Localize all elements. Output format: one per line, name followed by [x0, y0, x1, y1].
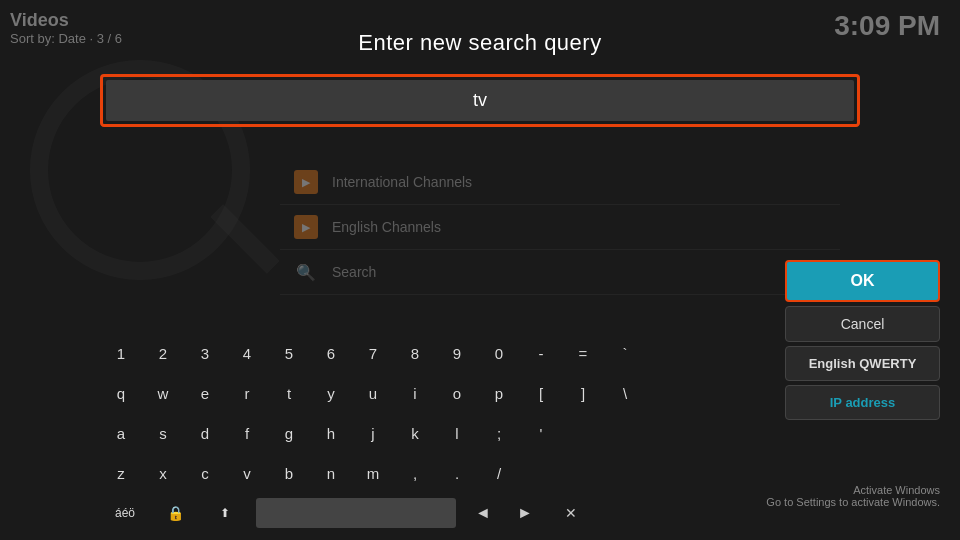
key-spacebar[interactable] [256, 498, 456, 528]
dialog-title: Enter new search query [358, 30, 601, 56]
ip-address-button[interactable]: IP address [785, 385, 940, 420]
search-input-wrapper [100, 74, 860, 127]
key-period[interactable]: . [438, 455, 476, 491]
key-1[interactable]: 1 [102, 335, 140, 371]
key-l[interactable]: l [438, 415, 476, 451]
key-rbracket[interactable]: ] [564, 375, 602, 411]
key-9[interactable]: 9 [438, 335, 476, 371]
key-semicolon[interactable]: ; [480, 415, 518, 451]
key-7[interactable]: 7 [354, 335, 392, 371]
key-y[interactable]: y [312, 375, 350, 411]
key-minus[interactable]: - [522, 335, 560, 371]
key-e[interactable]: e [186, 375, 224, 411]
key-backslash[interactable]: \ [606, 375, 644, 411]
key-q[interactable]: q [102, 375, 140, 411]
layout-button[interactable]: English QWERTY [785, 346, 940, 381]
key-5[interactable]: 5 [270, 335, 308, 371]
key-x[interactable]: x [144, 455, 182, 491]
key-shift-lock[interactable]: 🔒 [152, 495, 198, 531]
key-j[interactable]: j [354, 415, 392, 451]
key-o[interactable]: o [438, 375, 476, 411]
key-w[interactable]: w [144, 375, 182, 411]
key-accents[interactable]: áéö [102, 495, 148, 531]
key-comma[interactable]: , [396, 455, 434, 491]
key-t[interactable]: t [270, 375, 308, 411]
key-d[interactable]: d [186, 415, 224, 451]
key-0[interactable]: 0 [480, 335, 518, 371]
key-backspace[interactable]: ✕ [548, 495, 594, 531]
activate-windows-notice: Activate Windows Go to Settings to activ… [766, 484, 940, 508]
key-c[interactable]: c [186, 455, 224, 491]
activate-line2: Go to Settings to activate Windows. [766, 496, 940, 508]
key-h[interactable]: h [312, 415, 350, 451]
key-8[interactable]: 8 [396, 335, 434, 371]
key-caps[interactable]: ⬆ [202, 495, 248, 531]
ok-button[interactable]: OK [785, 260, 940, 302]
key-f[interactable]: f [228, 415, 266, 451]
key-quote[interactable]: ' [522, 415, 560, 451]
cancel-button[interactable]: Cancel [785, 306, 940, 342]
search-input[interactable] [106, 80, 854, 121]
key-p[interactable]: p [480, 375, 518, 411]
key-6[interactable]: 6 [312, 335, 350, 371]
key-k[interactable]: k [396, 415, 434, 451]
key-i[interactable]: i [396, 375, 434, 411]
key-g[interactable]: g [270, 415, 308, 451]
key-3[interactable]: 3 [186, 335, 224, 371]
key-backtick[interactable]: ` [606, 335, 644, 371]
key-b[interactable]: b [270, 455, 308, 491]
key-a[interactable]: a [102, 415, 140, 451]
key-prev[interactable]: ◄ [464, 495, 502, 531]
key-r[interactable]: r [228, 375, 266, 411]
key-u[interactable]: u [354, 375, 392, 411]
action-buttons: OK Cancel English QWERTY IP address [785, 260, 940, 420]
key-s[interactable]: s [144, 415, 182, 451]
key-2[interactable]: 2 [144, 335, 182, 371]
key-n[interactable]: n [312, 455, 350, 491]
key-equals[interactable]: = [564, 335, 602, 371]
key-next[interactable]: ► [506, 495, 544, 531]
key-slash[interactable]: / [480, 455, 518, 491]
activate-line1: Activate Windows [766, 484, 940, 496]
key-lbracket[interactable]: [ [522, 375, 560, 411]
key-4[interactable]: 4 [228, 335, 266, 371]
key-z[interactable]: z [102, 455, 140, 491]
key-m[interactable]: m [354, 455, 392, 491]
key-v[interactable]: v [228, 455, 266, 491]
